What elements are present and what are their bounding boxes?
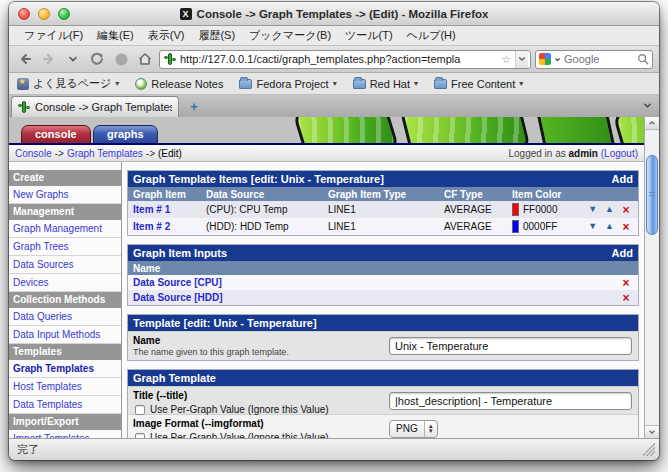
graph-item-link[interactable]: Item # 1 xyxy=(133,204,170,215)
bookmark-star-icon[interactable]: ☆ xyxy=(501,54,511,65)
scroll-down-icon[interactable] xyxy=(645,425,659,438)
form-row-name: Name The name given to this graph templa… xyxy=(128,331,638,360)
breadcrumb-link-graph-templates[interactable]: Graph Templates xyxy=(67,148,143,159)
add-input-link[interactable]: Add xyxy=(612,247,633,259)
input-link[interactable]: Data Source [HDD] xyxy=(133,292,222,303)
use-per-graph-checkbox[interactable] xyxy=(135,405,145,415)
move-down-icon[interactable]: ▼ xyxy=(588,222,597,231)
url-bar[interactable]: ☆ xyxy=(159,50,531,69)
url-input[interactable] xyxy=(180,53,497,65)
sidebar-item-new-graphs[interactable]: New Graphs xyxy=(9,186,121,204)
search-magnifier-icon[interactable] xyxy=(637,53,649,65)
sidebar-header-collection-methods: Collection Methods xyxy=(9,292,121,308)
menu-file[interactable]: ファイル(F) xyxy=(17,28,90,43)
window-title-text: Console -> Graph Templates -> (Edit) - M… xyxy=(197,8,489,20)
sidebar-item-data-templates[interactable]: Data Templates xyxy=(9,396,121,414)
back-button[interactable] xyxy=(15,49,35,69)
menu-edit[interactable]: 編集(E) xyxy=(90,28,141,43)
new-tab-button[interactable]: + xyxy=(183,98,205,116)
form-row-image-format: Image Format (--imgformat) Use Per-Graph… xyxy=(128,414,638,438)
status-text: 完了 xyxy=(17,442,39,457)
sidebar-item-host-templates[interactable]: Host Templates xyxy=(9,378,121,396)
page-favicon-icon: X xyxy=(180,8,192,20)
cacti-tab-graphs[interactable]: graphs xyxy=(93,125,158,143)
bookmark-folder-red-hat[interactable]: Red Hat ▾ xyxy=(353,78,418,90)
sidebar-item-graph-templates[interactable]: Graph Templates xyxy=(9,360,121,378)
tab-title: Console -> Graph Templates -... xyxy=(35,101,172,113)
cacti-body: Create New Graphs Management Graph Manag… xyxy=(9,162,644,438)
delete-input-icon[interactable]: × xyxy=(622,276,629,290)
minimize-window-button[interactable] xyxy=(38,8,50,20)
reload-button[interactable] xyxy=(87,49,107,69)
move-down-icon[interactable]: ▼ xyxy=(588,205,597,214)
add-graph-item-link[interactable]: Add xyxy=(612,173,633,185)
graph-title-input[interactable] xyxy=(389,392,632,410)
main-content: Graph Template Items [edit: Unix - Tempe… xyxy=(122,162,644,438)
color-swatch xyxy=(512,203,519,216)
folder-icon xyxy=(353,79,366,89)
inputs-column-headers: Name xyxy=(128,261,638,275)
browser-tab-active[interactable]: Console -> Graph Templates -... xyxy=(11,96,179,117)
cacti-logo-art xyxy=(314,117,644,143)
sidebar-item-data-input-methods[interactable]: Data Input Methods xyxy=(9,326,121,344)
search-engine-dropdown-icon[interactable] xyxy=(554,56,561,63)
resize-grip[interactable] xyxy=(642,443,655,456)
bookmark-release-notes[interactable]: Release Notes xyxy=(135,78,223,90)
column-header-graph-item-type: Graph Item Type xyxy=(328,189,444,200)
scrollbar-thumb[interactable] xyxy=(646,155,658,235)
sidebar-item-data-queries[interactable]: Data Queries xyxy=(9,308,121,326)
forward-button[interactable] xyxy=(39,49,59,69)
window-controls xyxy=(18,8,70,20)
logout-link[interactable]: (Logout) xyxy=(598,148,638,159)
zoom-window-button[interactable] xyxy=(58,8,70,20)
menu-tools[interactable]: ツール(T) xyxy=(338,28,400,43)
scroll-up-icon[interactable] xyxy=(645,117,659,130)
bookmark-folder-free-content[interactable]: Free Content ▾ xyxy=(434,78,523,90)
sidebar-header-import-export: Import/Export xyxy=(9,414,121,430)
color-hex: 0000FF xyxy=(523,221,557,232)
search-box[interactable] xyxy=(535,50,653,69)
bookmark-label: Red Hat xyxy=(370,78,410,90)
bookmark-folder-fedora-project[interactable]: Fedora Project ▾ xyxy=(239,78,336,90)
close-window-button[interactable] xyxy=(18,8,30,20)
search-input[interactable] xyxy=(564,53,634,65)
move-up-icon[interactable]: ▲ xyxy=(605,205,614,214)
delete-item-icon[interactable]: × xyxy=(622,203,629,217)
screenshot-stage: X Console -> Graph Templates -> (Edit) -… xyxy=(0,0,668,472)
menu-view[interactable]: 表示(V) xyxy=(141,28,192,43)
page-scrollbar[interactable] xyxy=(644,117,659,438)
graph-item-link[interactable]: Item # 2 xyxy=(133,221,170,232)
input-link[interactable]: Data Source [CPU] xyxy=(133,277,222,288)
image-format-select[interactable]: PNG ▲▼ xyxy=(389,420,438,438)
sidebar-item-data-sources[interactable]: Data Sources xyxy=(9,256,121,274)
menu-history[interactable]: 履歴(S) xyxy=(191,28,242,43)
breadcrumb-separator: -> xyxy=(55,148,64,159)
move-up-icon[interactable]: ▲ xyxy=(605,222,614,231)
delete-item-icon[interactable]: × xyxy=(622,220,629,234)
back-forward-dropdown-icon[interactable] xyxy=(63,49,83,69)
sidebar-item-graph-trees[interactable]: Graph Trees xyxy=(9,238,121,256)
breadcrumb-link-console[interactable]: Console xyxy=(15,148,52,159)
sidebar-item-import-templates[interactable]: Import Templates xyxy=(9,430,121,438)
delete-input-icon[interactable]: × xyxy=(622,291,629,305)
data-source-cell: (CPU): CPU Temp xyxy=(206,204,328,215)
table-row: Item # 2 (HDD): HDD Temp LINE1 AVERAGE 0… xyxy=(128,218,638,235)
cacti-favicon-icon xyxy=(18,101,30,113)
graph-item-inputs-title-bar: Graph Item Inputs Add xyxy=(128,245,638,261)
home-button[interactable] xyxy=(135,49,155,69)
bookmark-label: Free Content xyxy=(451,78,515,90)
browser-tab-bar: Console -> Graph Templates -... + xyxy=(9,95,659,117)
menu-help[interactable]: ヘルプ(H) xyxy=(400,28,463,43)
sidebar-item-devices[interactable]: Devices xyxy=(9,274,121,292)
bookmark-frequent-pages[interactable]: よく見るページ ▾ xyxy=(17,76,119,91)
section-title-text: Graph Item Inputs xyxy=(133,247,227,259)
list-all-tabs-icon[interactable] xyxy=(642,96,653,114)
graph-template-form: Graph Template Title (--title) Use Per-G… xyxy=(127,369,639,438)
stop-button[interactable] xyxy=(111,49,131,69)
cacti-tab-console[interactable]: console xyxy=(21,125,91,143)
menu-bookmarks[interactable]: ブックマーク(B) xyxy=(242,28,338,43)
sidebar-item-graph-management[interactable]: Graph Management xyxy=(9,220,121,238)
template-name-input[interactable] xyxy=(389,337,632,355)
color-swatch xyxy=(512,220,519,233)
url-history-dropdown-icon[interactable] xyxy=(515,51,528,68)
